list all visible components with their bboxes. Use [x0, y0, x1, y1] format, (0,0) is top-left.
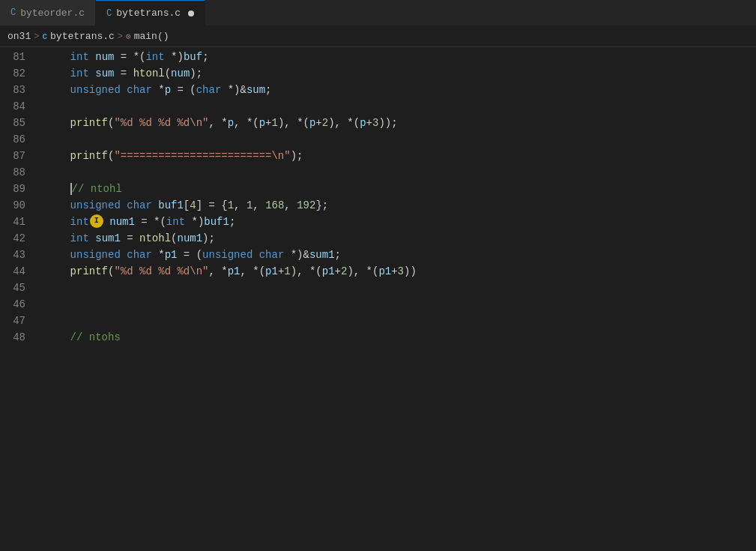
token: int: [70, 230, 89, 247]
token: int: [70, 49, 89, 65]
code-line-46: [45, 296, 756, 313]
token: ;: [265, 82, 271, 98]
token: ), *(: [278, 115, 309, 131]
token: // ntohl: [72, 181, 122, 197]
token: // ntohs: [70, 329, 121, 346]
token: buf: [184, 49, 202, 65]
token: printf: [70, 148, 108, 164]
token: p1: [165, 247, 178, 263]
token: =: [121, 230, 139, 247]
token: *)&: [221, 82, 247, 98]
token: printf: [70, 263, 108, 280]
line-number-46: 46: [7, 296, 25, 313]
token: "%d %d %d %d\n": [114, 115, 208, 131]
token: (: [165, 65, 171, 82]
token: p1: [322, 263, 335, 280]
token: char: [196, 82, 222, 98]
token: "%d %d %d %d\n": [114, 263, 208, 280]
token: ;: [229, 214, 235, 230]
code-line-42: int sum1 = ntohl(num1);: [45, 230, 756, 247]
token: printf: [70, 115, 108, 131]
token: buf1: [158, 197, 184, 214]
code-line-87: printf("========================\n");: [45, 148, 756, 164]
token: p1: [378, 263, 391, 280]
line-number-83: 83: [7, 82, 25, 98]
token: *): [185, 214, 204, 230]
token: unsigned: [70, 247, 121, 263]
token: [45, 115, 70, 131]
token: p: [165, 82, 171, 98]
token: );: [190, 65, 202, 82]
token: [45, 148, 70, 164]
token: buf1: [204, 214, 229, 230]
token: 1: [228, 197, 234, 214]
token: ), *(: [291, 263, 322, 280]
token: ;: [202, 49, 208, 65]
line-number-86: 86: [7, 131, 25, 148]
tab-label-bytetrans: bytetrans.c: [116, 7, 181, 19]
code-line-43: unsigned char *p1 = (unsigned char *)&su…: [45, 247, 756, 263]
token: +: [335, 263, 341, 280]
token: htonl: [133, 65, 165, 82]
token: [45, 82, 70, 98]
token: [121, 197, 127, 214]
code-line-86: [45, 131, 756, 148]
token: ), *(: [347, 263, 378, 280]
line-number-82: 82: [7, 65, 25, 82]
line-number-87: 87: [7, 148, 25, 164]
token: [252, 247, 258, 263]
token: 3: [398, 263, 404, 280]
token: [45, 197, 70, 214]
line-number-89: 89: [7, 181, 25, 197]
token: p1: [265, 263, 278, 280]
code-line-85: printf("%d %d %d %d\n", *p, *(p+1), *(p+…: [45, 115, 756, 131]
token: ] = {: [196, 197, 228, 214]
token: , *: [208, 115, 227, 131]
tab-bytetrans[interactable]: C bytetrans.c: [96, 0, 205, 25]
token: 2: [341, 263, 347, 280]
token: num: [95, 49, 114, 65]
token: (: [108, 263, 114, 280]
tab-icon-bytetrans: C: [106, 8, 112, 19]
code-line-48: // ntohs: [45, 329, 756, 346]
token: [89, 230, 95, 247]
code-line-81: int num = *(int *)buf;: [45, 49, 756, 65]
breadcrumb-sep1: >: [34, 31, 39, 42]
token: p: [259, 115, 265, 131]
token: };: [315, 197, 328, 214]
token: (: [108, 115, 114, 131]
token: char: [127, 82, 152, 98]
token: ,: [252, 197, 265, 214]
token: int: [70, 65, 89, 82]
tab-modified-dot: [188, 10, 194, 16]
token: 3: [372, 115, 378, 131]
token: p: [309, 115, 315, 131]
token: p1: [228, 263, 241, 280]
tab-byteorder[interactable]: C byteorder.c: [0, 0, 96, 25]
code-line-45: [45, 280, 756, 296]
token: num1: [177, 230, 202, 247]
code-line-84: [45, 98, 756, 115]
app-window: C byteorder.c C bytetrans.c on31 > C byt…: [0, 0, 756, 551]
token: 1: [272, 115, 278, 131]
token: 4: [190, 197, 196, 214]
token: [45, 181, 70, 197]
code-line-89: // ntohl: [45, 181, 756, 197]
breadcrumb-c-icon: C: [42, 32, 47, 41]
token: ));: [378, 115, 397, 131]
token: [45, 329, 70, 346]
token: num: [171, 65, 190, 82]
code-line-88: [45, 164, 756, 181]
token: [121, 247, 127, 263]
breadcrumb-func: main(): [134, 31, 169, 42]
tab-bar: C byteorder.c C bytetrans.c: [0, 0, 756, 26]
code-content[interactable]: int num = *(int *)buf; int sum = htonl(n…: [37, 47, 756, 551]
token: [45, 65, 70, 82]
token: , *(: [234, 115, 259, 131]
line-number-84: 84: [7, 98, 25, 115]
code-line-47: [45, 313, 756, 329]
token: int: [70, 214, 89, 230]
token: char: [259, 247, 285, 263]
token: (: [171, 230, 177, 247]
token: sum: [247, 82, 265, 98]
